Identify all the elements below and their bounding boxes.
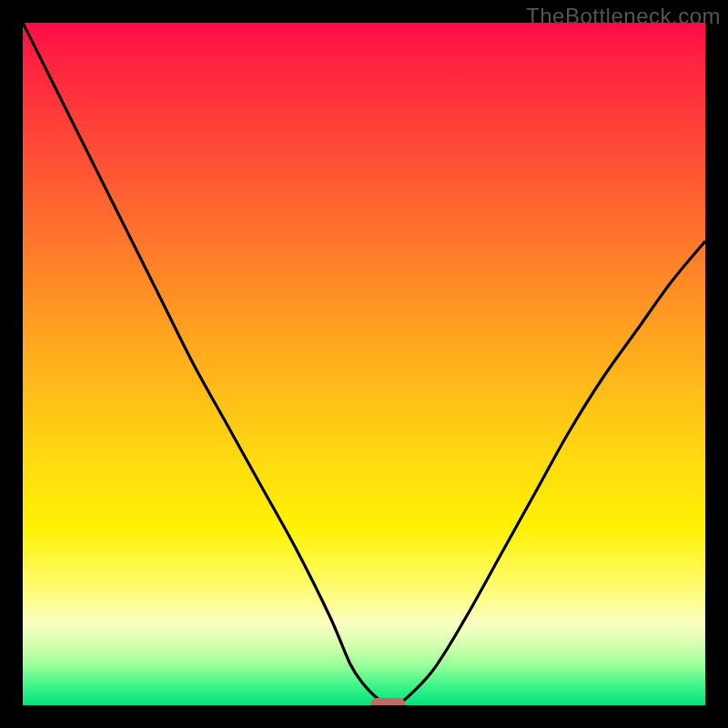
optimum-marker xyxy=(371,698,406,705)
curve-path xyxy=(23,23,705,705)
watermark-text: TheBottleneck.com xyxy=(526,4,721,29)
plot-area xyxy=(23,23,705,705)
chart-frame: TheBottleneck.com xyxy=(0,0,728,728)
bottleneck-curve xyxy=(23,23,705,705)
